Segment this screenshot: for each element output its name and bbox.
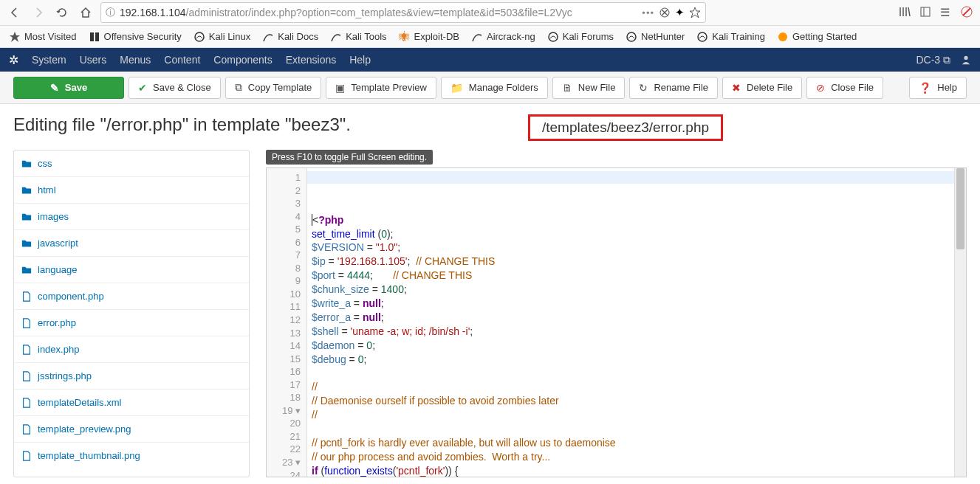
file-icon xyxy=(21,291,32,302)
bookmark-icon xyxy=(626,31,637,43)
folder-icon xyxy=(21,185,32,196)
page-title: Editing file "/error.php" in template "b… xyxy=(13,114,351,135)
tree-label: jsstrings.php xyxy=(38,370,92,381)
code-editor[interactable]: 12345678910111213141516171819 ▾20212223 … xyxy=(266,167,967,477)
tree-folder-javascript[interactable]: javascript xyxy=(14,230,249,257)
copy-template-button[interactable]: ⧉Copy Template xyxy=(225,77,321,99)
delete-file-button[interactable]: ✖Delete File xyxy=(722,77,802,99)
bookmark-item[interactable]: Offensive Security xyxy=(89,31,182,43)
tree-folder-language[interactable]: language xyxy=(14,257,249,283)
svg-point-8 xyxy=(549,32,558,41)
folder-icon: 📁 xyxy=(450,82,463,94)
tree-label: error.php xyxy=(38,317,76,328)
menu-components[interactable]: Components xyxy=(213,54,272,66)
bookmark-icon xyxy=(330,31,342,43)
line-gutter: 12345678910111213141516171819 ▾20212223 … xyxy=(267,168,307,477)
menu-content[interactable]: Content xyxy=(164,54,200,66)
bookmark-label: Getting Started xyxy=(792,31,857,42)
bookmark-star-icon[interactable] xyxy=(689,7,701,18)
external-link-icon: ⧉ xyxy=(943,54,950,66)
url-more-icon: ••• xyxy=(642,7,654,18)
tree-folder-html[interactable]: html xyxy=(14,177,249,204)
site-name-link[interactable]: DC-3 ⧉ xyxy=(916,54,950,66)
menu-system[interactable]: System xyxy=(32,54,66,66)
bookmark-icon xyxy=(89,31,100,43)
tree-label: component.php xyxy=(38,291,104,302)
content-area: csshtmlimagesjavascriptlanguagecomponent… xyxy=(0,144,980,477)
noscript-icon[interactable] xyxy=(961,6,974,19)
forward-button[interactable] xyxy=(30,4,47,21)
user-icon[interactable] xyxy=(961,55,971,65)
menu-menus[interactable]: Menus xyxy=(120,54,151,66)
question-icon: ❓ xyxy=(919,82,931,94)
tree-label: template_thumbnail.png xyxy=(38,450,140,461)
bookmark-item[interactable]: Getting Started xyxy=(777,31,857,43)
bookmark-item[interactable]: 🕷Exploit-DB xyxy=(399,31,459,43)
new-file-button[interactable]: 🗎New File xyxy=(552,77,626,99)
library-icon[interactable] xyxy=(899,6,912,19)
template-preview-button[interactable]: ▣Template Preview xyxy=(326,77,436,99)
bookmark-item[interactable]: Kali Forums xyxy=(547,31,614,43)
tree-folder-css[interactable]: css xyxy=(14,151,249,177)
file-icon xyxy=(21,371,32,381)
svg-point-11 xyxy=(778,32,787,41)
bookmark-icon xyxy=(193,31,205,43)
bookmark-icon xyxy=(471,31,483,43)
extension-icon[interactable]: ☰ xyxy=(940,6,953,19)
help-button[interactable]: ❓Help xyxy=(909,77,967,99)
file-icon xyxy=(21,398,32,408)
save-button[interactable]: ✎Save xyxy=(13,77,124,99)
reload-button[interactable] xyxy=(53,4,71,21)
tree-file-templateDetails-xml[interactable]: templateDetails.xml xyxy=(14,390,249,416)
svg-rect-1 xyxy=(921,7,930,16)
rename-file-button[interactable]: ↻Rename File xyxy=(629,77,718,99)
menu-extensions[interactable]: Extensions xyxy=(286,54,336,66)
tree-folder-images[interactable]: images xyxy=(14,204,249,230)
tree-file-template_thumbnail-png[interactable]: template_thumbnail.png xyxy=(14,443,249,469)
tree-file-template_preview-png[interactable]: template_preview.png xyxy=(14,416,249,443)
tree-file-index-php[interactable]: index.php xyxy=(14,336,249,363)
reader-icon[interactable] xyxy=(659,7,671,18)
bookmark-label: Kali Forums xyxy=(563,31,614,42)
save-close-button[interactable]: ✔Save & Close xyxy=(129,77,221,99)
bookmark-item[interactable]: Kali Docs xyxy=(262,31,318,43)
joomla-favicon-icon[interactable]: ✦ xyxy=(675,6,685,19)
url-bar[interactable]: ⓘ 192.168.1.104/administrator/index.php?… xyxy=(100,2,706,23)
browser-right-icons: ☰ xyxy=(899,6,974,19)
svg-point-10 xyxy=(698,32,707,41)
scroll-thumb[interactable] xyxy=(956,168,964,249)
bookmark-label: Kali Linux xyxy=(209,31,250,42)
bookmark-item[interactable]: NetHunter xyxy=(626,31,685,43)
bookmark-item[interactable]: Kali Tools xyxy=(330,31,386,43)
file-tree: csshtmlimagesjavascriptlanguagecomponent… xyxy=(13,150,250,477)
refresh-icon: ↻ xyxy=(639,82,648,94)
editor-panel: Press F10 to toggle Full Screen editing.… xyxy=(266,150,967,477)
home-button[interactable] xyxy=(77,4,95,21)
svg-point-9 xyxy=(627,32,636,41)
bookmark-item[interactable]: Kali Linux xyxy=(193,31,250,43)
tree-file-component-php[interactable]: component.php xyxy=(14,283,249,310)
editor-scrollbar[interactable] xyxy=(954,168,966,477)
cancel-icon: ⊘ xyxy=(816,82,825,94)
code-body[interactable]: <?php set_time_limit (0); $VERSION = "1.… xyxy=(307,168,954,477)
action-toolbar: ✎Save ✔Save & Close ⧉Copy Template ▣Temp… xyxy=(0,72,980,104)
menu-help[interactable]: Help xyxy=(349,54,371,66)
manage-folders-button[interactable]: 📁Manage Folders xyxy=(441,77,548,99)
svg-rect-6 xyxy=(95,32,99,41)
sidebar-icon[interactable] xyxy=(919,6,933,19)
bookmark-icon xyxy=(696,31,708,43)
folder-icon xyxy=(21,238,32,249)
joomla-icon[interactable]: ✲ xyxy=(9,53,18,67)
bookmark-item[interactable]: Most Visited xyxy=(9,31,77,43)
bookmark-item[interactable]: Aircrack-ng xyxy=(471,31,535,43)
file-icon xyxy=(21,318,32,328)
tree-file-jsstrings-php[interactable]: jsstrings.php xyxy=(14,363,249,390)
menu-users[interactable]: Users xyxy=(80,54,107,66)
bookmark-icon xyxy=(547,31,559,43)
tree-file-error-php[interactable]: error.php xyxy=(14,310,249,336)
back-button[interactable] xyxy=(6,4,24,21)
info-icon[interactable]: ⓘ xyxy=(106,6,115,19)
tree-label: template_preview.png xyxy=(38,424,131,435)
close-file-button[interactable]: ⊘Close File xyxy=(806,77,883,99)
bookmark-item[interactable]: Kali Training xyxy=(696,31,765,43)
